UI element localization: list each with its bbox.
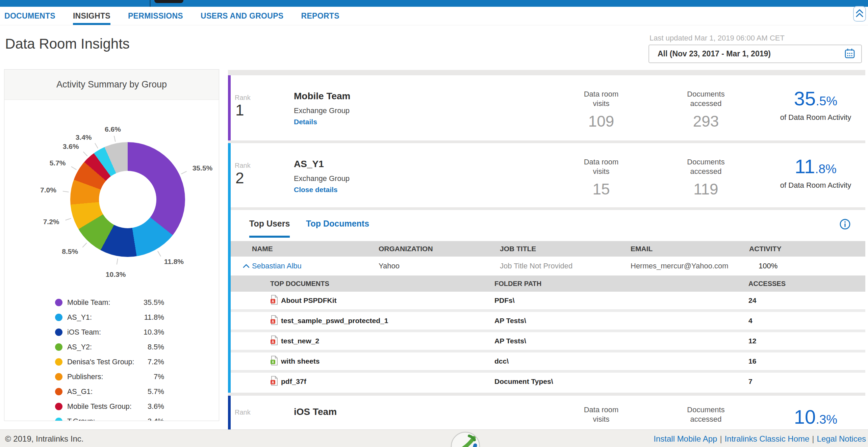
- legend-value: 3.4%: [148, 417, 164, 421]
- group-name: AS_Y1: [294, 159, 324, 169]
- legend-label: AS_Y2:: [67, 343, 92, 351]
- calendar-icon[interactable]: [844, 48, 855, 60]
- svg-text:X: X: [272, 360, 274, 364]
- double-chevron-up-icon: [855, 8, 864, 20]
- donut-callout-label: 5.7%: [50, 159, 66, 167]
- legend-item: AS_Y1:11.8%: [4, 310, 219, 325]
- info-icon[interactable]: [839, 218, 851, 230]
- footer-link-legal-notices[interactable]: Legal Notices: [817, 434, 866, 443]
- nav-tab-users-and-groups[interactable]: USERS AND GROUPS: [201, 7, 283, 25]
- footer-link-intralinks-classic-home[interactable]: Intralinks Classic Home: [725, 434, 810, 443]
- percent-caption: of Data Room Activity: [768, 181, 863, 190]
- document-accesses: 16: [748, 357, 865, 365]
- legend-label: AS_Y1:: [67, 313, 92, 322]
- legend-item: iOS Team:10.3%: [4, 325, 219, 340]
- group-name: iOS Team: [294, 406, 337, 417]
- window-tab-shadow: [154, 0, 183, 3]
- donut-callout-tick: [157, 251, 161, 257]
- legend-item: AS_Y2:8.5%: [4, 340, 219, 354]
- document-accesses: 7: [748, 377, 865, 386]
- documents-label: Documents accessed: [682, 405, 730, 424]
- user-name-link[interactable]: Sebastian Albu: [252, 262, 379, 270]
- donut-callout-label: 35.5%: [193, 164, 213, 172]
- tab-top-users[interactable]: Top Users: [249, 219, 290, 229]
- donut-callout-label: 8.5%: [62, 247, 78, 256]
- nav-tab-documents[interactable]: DOCUMENTS: [4, 7, 55, 25]
- visits-value: 15: [566, 180, 637, 198]
- activity-summary-title: Activity Summary by Group: [4, 70, 219, 100]
- legend-label: AS_G1:: [67, 388, 93, 396]
- close-details-link[interactable]: Close details: [294, 186, 338, 194]
- date-range-value: All (Nov 23, 2017 - Mar 1, 2019): [658, 49, 844, 58]
- percent-dec: .8%: [815, 162, 837, 176]
- legend-item: T.Group:3.4%: [4, 414, 219, 421]
- document-row: AAbout PSPDFKitPDFs\24: [228, 292, 865, 309]
- legend-color-dot: [55, 358, 62, 366]
- footer-link-separator: |: [720, 434, 722, 443]
- date-range-select[interactable]: All (Nov 23, 2017 - Mar 1, 2019): [648, 45, 862, 63]
- collapse-panel-button[interactable]: [853, 6, 866, 22]
- col-organization: ORGANIZATION: [379, 245, 500, 253]
- percent-int: 35: [794, 87, 816, 109]
- rank-card-as-y1: Rank 2 AS_Y1 Exchange Group Close detail…: [228, 143, 865, 393]
- nav-tab-permissions[interactable]: PERMISSIONS: [128, 7, 183, 25]
- legend-item: AS_G1:5.7%: [4, 384, 219, 399]
- legend-label: iOS Team:: [67, 328, 101, 337]
- rank-label: Rank: [235, 94, 251, 102]
- donut-chart[interactable]: [70, 142, 185, 257]
- col-accesses: ACCESSES: [748, 280, 865, 288]
- legend-value: 7.2%: [148, 358, 164, 366]
- visits-label: Data room visits: [578, 89, 625, 108]
- legend-color-dot: [55, 299, 62, 306]
- col-folder-path: FOLDER PATH: [494, 280, 748, 288]
- user-organization: Yahoo: [379, 262, 500, 270]
- legend-label: Mobile Team:: [67, 298, 110, 307]
- donut-callout-label: 6.6%: [105, 125, 121, 133]
- donut-callout-tick: [65, 218, 71, 220]
- document-folder-path: AP Tests\: [494, 317, 748, 325]
- col-top-documents: TOP DOCUMENTS: [270, 280, 494, 288]
- document-name: pdf_37f: [281, 377, 306, 386]
- donut-callout-tick: [114, 136, 116, 142]
- donut-callout-tick: [82, 243, 87, 247]
- activity-percent-block: 11.8% of Data Room Activity: [768, 157, 863, 190]
- nav-tab-insights[interactable]: INSIGHTS: [73, 7, 110, 25]
- activity-summary-panel: Activity Summary by Group 35.5%11.8%10.3…: [4, 69, 219, 421]
- svg-text:A: A: [272, 319, 274, 323]
- pdf-file-icon: A: [270, 376, 278, 388]
- legend-value: 11.8%: [144, 313, 164, 322]
- group-type: Exchange Group: [294, 106, 350, 115]
- nav-tab-reports[interactable]: REPORTS: [301, 7, 339, 25]
- document-name: with sheets: [281, 357, 320, 365]
- document-name: test_new_2: [281, 337, 319, 345]
- legend-label: Denisa's Test Group:: [67, 358, 134, 366]
- section-divider: [228, 207, 865, 210]
- col-email: EMAIL: [631, 245, 749, 253]
- percent-int: 11: [795, 155, 815, 177]
- excel-file-icon: X: [270, 356, 278, 367]
- rank-label: Rank: [235, 409, 251, 416]
- rank-2-stats-row: Rank 2 AS_Y1 Exchange Group Close detail…: [228, 143, 865, 207]
- details-link[interactable]: Details: [294, 118, 317, 126]
- tab-top-documents[interactable]: Top Documents: [306, 219, 369, 229]
- legend-value: 3.6%: [148, 402, 164, 411]
- percent-caption: of Data Room Activity: [768, 113, 863, 122]
- legend-color-dot: [55, 328, 62, 336]
- pdf-file-icon: A: [270, 335, 278, 347]
- document-row: Apdf_37fDocument Types\7: [228, 373, 865, 390]
- document-name: test_sample_pswd_protected_1: [281, 317, 388, 325]
- documents-value: 119: [670, 180, 741, 198]
- legend-value: 5.7%: [148, 388, 164, 396]
- chevron-up-icon[interactable]: [242, 262, 252, 270]
- footer-link-install-mobile-app[interactable]: Install Mobile App: [654, 434, 717, 443]
- document-folder-path: Document Types\: [494, 377, 748, 386]
- donut-callout-tick: [63, 191, 69, 192]
- legend-color-dot: [55, 418, 62, 421]
- user-row: Sebastian Albu Yahoo Job Title Not Provi…: [228, 257, 865, 275]
- document-row: Atest_new_2AP Tests\12: [228, 332, 865, 350]
- donut-callout-tick: [117, 258, 118, 264]
- donut-callout-label: 7.2%: [43, 218, 59, 226]
- top-bar: [0, 0, 868, 7]
- top-bar-divider: [150, 0, 151, 7]
- rank-card-mobile-team: Rank 1 Mobile Team Exchange Group Detail…: [228, 75, 865, 140]
